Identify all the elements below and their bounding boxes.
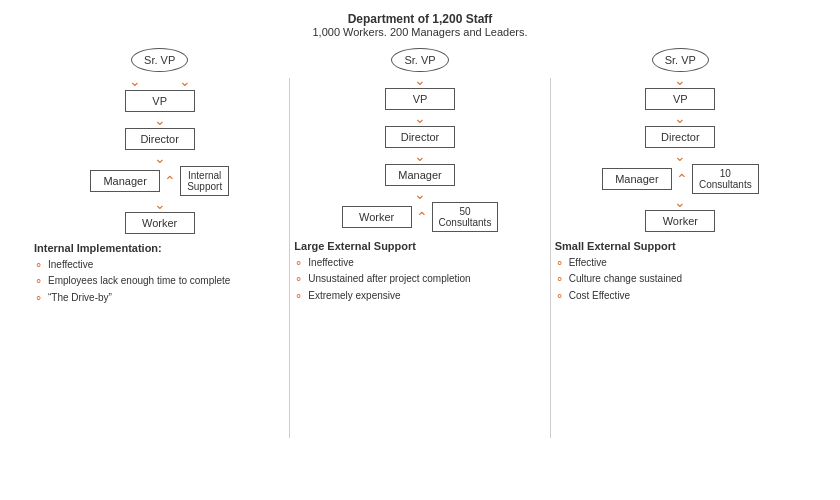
bullet-item: ⚬ Employees lack enough time to complete xyxy=(34,274,230,288)
section-label-3: Small External Support xyxy=(555,240,682,252)
arrow-mgr-wkr-1: ⌄ xyxy=(154,197,166,211)
branch-arrows-1: ⌄ ⌄ xyxy=(129,73,191,89)
manager-row-3: Manager ⌃ 10 Consultants xyxy=(602,164,759,194)
director-node-1: Director xyxy=(125,128,195,150)
column-large-external: Sr. VP ⌄ VP ⌄ Director ⌄ Manager ⌄ xyxy=(290,48,549,305)
srvp-node-1: Sr. VP xyxy=(131,48,188,72)
arrow-dir-mgr-3: ⌄ xyxy=(674,149,686,163)
bullet-item: ⚬ Extremely expensive xyxy=(294,289,470,303)
bullet-icon: ⚬ xyxy=(555,256,564,270)
manager-node-1: Manager xyxy=(90,170,160,192)
bullet-item: ⚬ “The Drive-by” xyxy=(34,291,230,305)
bullet-item: ⚬ Unsustained after project completion xyxy=(294,272,470,286)
bullet-icon: ⚬ xyxy=(555,272,564,286)
manager-row-1: Manager ⌃ Internal Support xyxy=(90,166,229,196)
vp-row-1: VP ⌄ Director ⌄ Manager ⌃ xyxy=(90,90,229,234)
director-node-3: Director xyxy=(645,126,715,148)
arrow-vp-dir-1: ⌄ xyxy=(154,113,166,127)
bullet-icon: ⚬ xyxy=(294,289,303,303)
srvp-node-2: Sr. VP xyxy=(391,48,448,72)
main-chain-1: VP ⌄ Director ⌄ Manager ⌃ xyxy=(90,90,229,234)
arrow-srvp-vp-2: ⌄ xyxy=(414,73,426,87)
bullet-item: ⚬ Culture change sustained xyxy=(555,272,682,286)
header-title: Department of 1,200 Staff xyxy=(30,12,810,26)
arrow-vp-dir-3: ⌄ xyxy=(674,111,686,125)
manager-node-3: Manager xyxy=(602,168,672,190)
bullet-icon: ⚬ xyxy=(294,256,303,270)
srvp-node-3: Sr. VP xyxy=(652,48,709,72)
director-node-2: Director xyxy=(385,126,455,148)
header-subtitle: 1,000 Workers. 200 Managers and Leaders. xyxy=(30,26,810,38)
columns-container: Sr. VP ⌄ ⌄ VP ⌄ Director xyxy=(30,48,810,438)
arrow-mgr-wkr-2: ⌄ xyxy=(414,187,426,201)
header: Department of 1,200 Staff 1,000 Workers.… xyxy=(30,12,810,38)
bullet-item: ⚬ Ineffective xyxy=(34,258,230,272)
arrow-dir-mgr-2: ⌄ xyxy=(414,149,426,163)
org-chart-1: Sr. VP ⌄ ⌄ VP ⌄ Director xyxy=(30,48,289,234)
arrow-vp-dir-2: ⌄ xyxy=(414,111,426,125)
arrow-srvp-vp-3: ⌄ xyxy=(674,73,686,87)
description-3: Small External Support ⚬ Effective ⚬ Cul… xyxy=(551,240,682,305)
vp-node-3: VP xyxy=(645,88,715,110)
column-small-external: Sr. VP ⌄ VP ⌄ Director ⌄ Manager ⌃ 10 C xyxy=(551,48,810,305)
bullet-list-1: ⚬ Ineffective ⚬ Employees lack enough ti… xyxy=(34,258,230,305)
section-label-1: Internal Implementation: xyxy=(34,242,230,254)
vp-node-2: VP xyxy=(385,88,455,110)
side-node-2: 50 Consultants xyxy=(432,202,499,232)
org-chart-2: Sr. VP ⌄ VP ⌄ Director ⌄ Manager ⌄ xyxy=(290,48,549,232)
page: Department of 1,200 Staff 1,000 Workers.… xyxy=(0,0,840,500)
arrow-side-mgr-3: ⌃ xyxy=(676,172,688,186)
bullet-item: ⚬ Effective xyxy=(555,256,682,270)
bullet-item: ⚬ Cost Effective xyxy=(555,289,682,303)
bullet-list-3: ⚬ Effective ⚬ Culture change sustained ⚬… xyxy=(555,256,682,303)
column-internal: Sr. VP ⌄ ⌄ VP ⌄ Director xyxy=(30,48,289,307)
arrow-srvp-side-1: ⌄ xyxy=(179,74,191,88)
arrow-mgr-wkr-3: ⌄ xyxy=(674,195,686,209)
bullet-icon: ⚬ xyxy=(34,258,43,272)
manager-node-2: Manager xyxy=(385,164,455,186)
arrow-dir-mgr-1: ⌄ xyxy=(154,151,166,165)
vp-node-1: VP xyxy=(125,90,195,112)
worker-node-1: Worker xyxy=(125,212,195,234)
description-1: Internal Implementation: ⚬ Ineffective ⚬… xyxy=(30,242,230,307)
arrow-side-mgr-1: ⌃ xyxy=(164,174,176,188)
bullet-icon: ⚬ xyxy=(555,289,564,303)
worker-row-2: Worker ⌃ 50 Consultants xyxy=(342,202,499,232)
bullet-icon: ⚬ xyxy=(34,291,43,305)
bullet-icon: ⚬ xyxy=(294,272,303,286)
bullet-list-2: ⚬ Ineffective ⚬ Unsustained after projec… xyxy=(294,256,470,303)
bullet-icon: ⚬ xyxy=(34,274,43,288)
description-2: Large External Support ⚬ Ineffective ⚬ U… xyxy=(290,240,470,305)
side-node-3: 10 Consultants xyxy=(692,164,759,194)
side-node-1: Internal Support xyxy=(180,166,229,196)
bullet-item: ⚬ Ineffective xyxy=(294,256,470,270)
worker-node-3: Worker xyxy=(645,210,715,232)
arrow-side-wkr-2: ⌃ xyxy=(416,210,428,224)
section-label-2: Large External Support xyxy=(294,240,470,252)
worker-node-2: Worker xyxy=(342,206,412,228)
org-chart-3: Sr. VP ⌄ VP ⌄ Director ⌄ Manager ⌃ 10 C xyxy=(551,48,810,232)
arrow-srvp-vp-1: ⌄ xyxy=(129,74,141,88)
